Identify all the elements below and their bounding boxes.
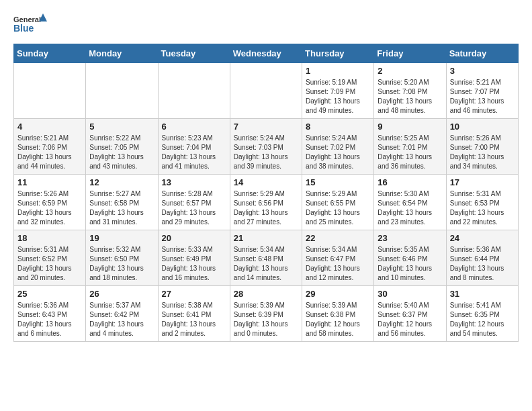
day-number: 24	[450, 233, 515, 243]
calendar-table: SundayMondayTuesdayWednesdayThursdayFrid…	[13, 44, 519, 342]
day-number: 19	[89, 233, 154, 243]
page-header: General Blue	[13, 13, 519, 37]
day-info: Sunrise: 5:41 AM Sunset: 6:35 PM Dayligh…	[450, 301, 515, 338]
day-info: Sunrise: 5:31 AM Sunset: 6:52 PM Dayligh…	[17, 245, 82, 283]
weekday-header-row: SundayMondayTuesdayWednesdayThursdayFrid…	[14, 44, 519, 63]
day-number: 5	[89, 122, 154, 132]
day-info: Sunrise: 5:27 AM Sunset: 6:58 PM Dayligh…	[89, 189, 154, 227]
day-number: 4	[17, 122, 82, 132]
day-number: 17	[450, 177, 515, 187]
day-number: 31	[450, 289, 515, 299]
day-info: Sunrise: 5:24 AM Sunset: 7:03 PM Dayligh…	[234, 134, 298, 171]
day-number: 9	[378, 122, 442, 132]
weekday-header-saturday: Saturday	[446, 44, 518, 63]
day-info: Sunrise: 5:31 AM Sunset: 6:53 PM Dayligh…	[450, 189, 515, 227]
day-number: 12	[89, 177, 154, 187]
weekday-header-tuesday: Tuesday	[158, 44, 230, 63]
calendar-cell: 12Sunrise: 5:27 AM Sunset: 6:58 PM Dayli…	[86, 175, 158, 230]
day-info: Sunrise: 5:26 AM Sunset: 6:59 PM Dayligh…	[17, 189, 82, 227]
day-info: Sunrise: 5:34 AM Sunset: 6:47 PM Dayligh…	[306, 245, 370, 283]
svg-text:Blue: Blue	[13, 23, 34, 34]
weekday-header-sunday: Sunday	[14, 44, 86, 63]
day-number: 7	[234, 122, 298, 132]
calendar-cell: 21Sunrise: 5:34 AM Sunset: 6:48 PM Dayli…	[230, 230, 302, 286]
calendar-cell: 15Sunrise: 5:29 AM Sunset: 6:55 PM Dayli…	[302, 175, 374, 230]
calendar-cell: 25Sunrise: 5:36 AM Sunset: 6:43 PM Dayli…	[14, 286, 86, 342]
day-info: Sunrise: 5:33 AM Sunset: 6:49 PM Dayligh…	[162, 245, 226, 283]
calendar-cell: 6Sunrise: 5:23 AM Sunset: 7:04 PM Daylig…	[158, 119, 230, 175]
day-info: Sunrise: 5:38 AM Sunset: 6:41 PM Dayligh…	[162, 301, 226, 338]
calendar-cell: 27Sunrise: 5:38 AM Sunset: 6:41 PM Dayli…	[158, 286, 230, 342]
day-number: 23	[378, 233, 442, 243]
day-number: 21	[234, 233, 298, 243]
weekday-header-monday: Monday	[86, 44, 158, 63]
day-number: 13	[162, 177, 226, 187]
day-info: Sunrise: 5:20 AM Sunset: 7:08 PM Dayligh…	[378, 78, 442, 116]
day-number: 8	[306, 122, 370, 132]
day-number: 30	[378, 289, 442, 299]
day-info: Sunrise: 5:30 AM Sunset: 6:54 PM Dayligh…	[378, 189, 442, 227]
calendar-cell: 30Sunrise: 5:40 AM Sunset: 6:37 PM Dayli…	[374, 286, 446, 342]
calendar-cell: 16Sunrise: 5:30 AM Sunset: 6:54 PM Dayli…	[374, 175, 446, 230]
day-info: Sunrise: 5:25 AM Sunset: 7:01 PM Dayligh…	[378, 134, 442, 171]
calendar-cell: 18Sunrise: 5:31 AM Sunset: 6:52 PM Dayli…	[14, 230, 86, 286]
day-number: 18	[17, 233, 82, 243]
week-row-3: 11Sunrise: 5:26 AM Sunset: 6:59 PM Dayli…	[14, 175, 519, 230]
day-info: Sunrise: 5:29 AM Sunset: 6:56 PM Dayligh…	[234, 189, 298, 227]
week-row-1: 1Sunrise: 5:19 AM Sunset: 7:09 PM Daylig…	[14, 63, 519, 119]
day-info: Sunrise: 5:36 AM Sunset: 6:44 PM Dayligh…	[450, 245, 515, 283]
calendar-cell	[158, 63, 230, 119]
day-number: 22	[306, 233, 370, 243]
calendar-cell: 5Sunrise: 5:22 AM Sunset: 7:05 PM Daylig…	[86, 119, 158, 175]
day-info: Sunrise: 5:32 AM Sunset: 6:50 PM Dayligh…	[89, 245, 154, 283]
week-row-5: 25Sunrise: 5:36 AM Sunset: 6:43 PM Dayli…	[14, 286, 519, 342]
day-info: Sunrise: 5:36 AM Sunset: 6:43 PM Dayligh…	[17, 301, 82, 338]
calendar-cell: 31Sunrise: 5:41 AM Sunset: 6:35 PM Dayli…	[446, 286, 518, 342]
calendar-cell	[230, 63, 302, 119]
day-number: 6	[162, 122, 226, 132]
day-number: 1	[306, 66, 370, 76]
calendar-cell: 26Sunrise: 5:37 AM Sunset: 6:42 PM Dayli…	[86, 286, 158, 342]
calendar-cell: 9Sunrise: 5:25 AM Sunset: 7:01 PM Daylig…	[374, 119, 446, 175]
calendar-cell: 14Sunrise: 5:29 AM Sunset: 6:56 PM Dayli…	[230, 175, 302, 230]
day-info: Sunrise: 5:29 AM Sunset: 6:55 PM Dayligh…	[306, 189, 370, 227]
day-info: Sunrise: 5:22 AM Sunset: 7:05 PM Dayligh…	[89, 134, 154, 171]
calendar-cell: 20Sunrise: 5:33 AM Sunset: 6:49 PM Dayli…	[158, 230, 230, 286]
day-info: Sunrise: 5:21 AM Sunset: 7:06 PM Dayligh…	[17, 134, 82, 171]
calendar-cell: 11Sunrise: 5:26 AM Sunset: 6:59 PM Dayli…	[14, 175, 86, 230]
day-info: Sunrise: 5:26 AM Sunset: 7:00 PM Dayligh…	[450, 134, 515, 171]
day-number: 14	[234, 177, 298, 187]
calendar-cell: 23Sunrise: 5:35 AM Sunset: 6:46 PM Dayli…	[374, 230, 446, 286]
calendar-cell: 24Sunrise: 5:36 AM Sunset: 6:44 PM Dayli…	[446, 230, 518, 286]
day-info: Sunrise: 5:37 AM Sunset: 6:42 PM Dayligh…	[89, 301, 154, 338]
day-number: 16	[378, 177, 442, 187]
calendar-cell: 7Sunrise: 5:24 AM Sunset: 7:03 PM Daylig…	[230, 119, 302, 175]
logo-svg: General Blue	[13, 13, 47, 37]
day-number: 27	[162, 289, 226, 299]
day-info: Sunrise: 5:21 AM Sunset: 7:07 PM Dayligh…	[450, 78, 515, 116]
logo: General Blue	[13, 13, 47, 37]
day-number: 10	[450, 122, 515, 132]
day-info: Sunrise: 5:19 AM Sunset: 7:09 PM Dayligh…	[306, 78, 370, 116]
calendar-cell: 22Sunrise: 5:34 AM Sunset: 6:47 PM Dayli…	[302, 230, 374, 286]
calendar-cell: 28Sunrise: 5:39 AM Sunset: 6:39 PM Dayli…	[230, 286, 302, 342]
calendar-cell: 17Sunrise: 5:31 AM Sunset: 6:53 PM Dayli…	[446, 175, 518, 230]
calendar-cell: 8Sunrise: 5:24 AM Sunset: 7:02 PM Daylig…	[302, 119, 374, 175]
calendar-cell: 2Sunrise: 5:20 AM Sunset: 7:08 PM Daylig…	[374, 63, 446, 119]
weekday-header-wednesday: Wednesday	[230, 44, 302, 63]
day-number: 2	[378, 66, 442, 76]
day-info: Sunrise: 5:39 AM Sunset: 6:39 PM Dayligh…	[234, 301, 298, 338]
weekday-header-friday: Friday	[374, 44, 446, 63]
day-number: 26	[89, 289, 154, 299]
day-info: Sunrise: 5:35 AM Sunset: 6:46 PM Dayligh…	[378, 245, 442, 283]
day-number: 3	[450, 66, 515, 76]
weekday-header-thursday: Thursday	[302, 44, 374, 63]
day-info: Sunrise: 5:24 AM Sunset: 7:02 PM Dayligh…	[306, 134, 370, 171]
day-number: 29	[306, 289, 370, 299]
day-number: 20	[162, 233, 226, 243]
day-info: Sunrise: 5:34 AM Sunset: 6:48 PM Dayligh…	[234, 245, 298, 283]
day-info: Sunrise: 5:28 AM Sunset: 6:57 PM Dayligh…	[162, 189, 226, 227]
day-number: 25	[17, 289, 82, 299]
calendar-cell: 29Sunrise: 5:39 AM Sunset: 6:38 PM Dayli…	[302, 286, 374, 342]
calendar-cell	[14, 63, 86, 119]
